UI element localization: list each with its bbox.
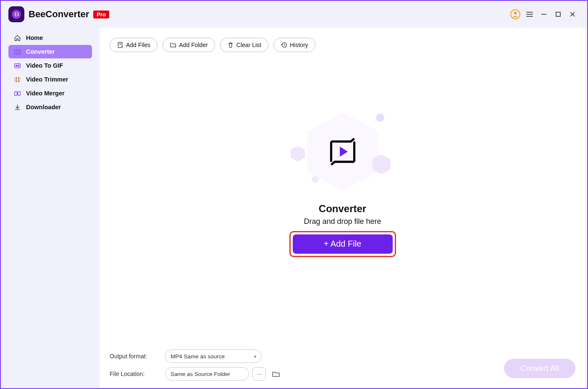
converter-illustration — [288, 105, 397, 198]
sidebar-item-video-to-gif[interactable]: Video To GIF — [8, 59, 92, 72]
main-panel: + Add Files + Add Folder Clear List — [100, 28, 585, 388]
svg-marker-26 — [291, 146, 305, 161]
app-window: BeeConverter Pro — [0, 0, 588, 389]
minimize-icon — [541, 11, 547, 18]
sidebar: Home Converter Video To GIF Video Trimme… — [1, 28, 100, 388]
empty-state: Converter Drag and drop file here + Add … — [100, 35, 585, 327]
open-folder-button[interactable] — [269, 367, 283, 381]
more-options-button[interactable]: ··· — [252, 367, 266, 381]
download-icon — [13, 103, 21, 111]
svg-rect-11 — [14, 63, 20, 68]
svg-marker-27 — [372, 154, 390, 174]
user-account-button[interactable] — [508, 7, 522, 21]
sidebar-item-downloader[interactable]: Downloader — [8, 100, 92, 114]
sidebar-item-converter[interactable]: Converter — [8, 45, 92, 58]
chevron-down-icon: ▾ — [254, 354, 256, 359]
file-location-input[interactable]: Same as Source Folder — [165, 367, 249, 381]
hexagon-icon — [290, 145, 305, 162]
hamburger-icon — [525, 10, 534, 18]
svg-rect-7 — [556, 12, 560, 16]
sidebar-item-label: Video To GIF — [26, 62, 63, 69]
svg-rect-14 — [15, 78, 20, 81]
home-icon — [13, 34, 21, 42]
body: Home Converter Video To GIF Video Trimme… — [1, 28, 587, 388]
sidebar-item-label: Video Trimmer — [26, 76, 68, 83]
circle-icon — [311, 176, 319, 183]
folder-icon — [272, 370, 280, 378]
user-circle-icon — [510, 9, 520, 19]
button-label: Convert All — [520, 364, 559, 373]
dropdown-value: MP4 Same as source — [171, 353, 225, 360]
svg-point-2 — [514, 12, 517, 14]
close-icon — [569, 11, 576, 18]
sidebar-item-home[interactable]: Home — [8, 31, 92, 45]
sidebar-item-label: Downloader — [26, 104, 61, 110]
svg-point-28 — [376, 113, 384, 122]
sidebar-item-label: Home — [26, 34, 43, 41]
bee-logo-icon — [11, 9, 22, 20]
maximize-button[interactable] — [551, 7, 565, 21]
menu-button[interactable] — [522, 7, 537, 21]
empty-state-title: Converter — [319, 203, 366, 215]
svg-rect-18 — [18, 92, 20, 95]
app-logo — [8, 6, 24, 22]
maximize-icon — [555, 11, 561, 17]
hexagon-icon — [372, 154, 391, 175]
sidebar-item-label: Video Merger — [26, 90, 65, 97]
file-location-label: File Location: — [110, 371, 160, 377]
button-label: + Add File — [324, 239, 362, 249]
ellipsis-icon: ··· — [257, 371, 262, 377]
output-format-label: Output format: — [110, 353, 160, 360]
convert-all-button[interactable]: Convert All — [504, 359, 575, 378]
empty-state-subtitle: Drag and drop file here — [304, 217, 381, 226]
merge-icon — [13, 89, 21, 97]
titlebar: BeeConverter Pro — [1, 1, 587, 28]
pro-badge: Pro — [93, 11, 109, 18]
add-file-highlight-box: + Add File — [289, 231, 396, 257]
output-format-dropdown[interactable]: MP4 Same as source ▾ — [165, 350, 262, 363]
app-title: BeeConverter — [29, 9, 89, 20]
close-button[interactable] — [565, 7, 580, 21]
svg-point-29 — [311, 176, 318, 182]
svg-rect-13 — [18, 64, 19, 66]
circle-icon — [375, 113, 385, 122]
convert-play-icon — [325, 134, 361, 170]
trim-icon — [13, 76, 21, 83]
sidebar-item-label: Converter — [26, 48, 55, 55]
minimize-button[interactable] — [537, 7, 551, 21]
add-file-button[interactable]: + Add File — [293, 234, 393, 254]
input-value: Same as Source Folder — [171, 371, 230, 377]
sidebar-item-video-merger[interactable]: Video Merger — [8, 87, 92, 100]
svg-rect-12 — [16, 64, 17, 66]
svg-rect-17 — [14, 92, 17, 95]
gif-rect-icon — [13, 62, 21, 69]
play-rect-icon — [13, 48, 21, 55]
sidebar-item-video-trimmer[interactable]: Video Trimmer — [8, 73, 92, 86]
